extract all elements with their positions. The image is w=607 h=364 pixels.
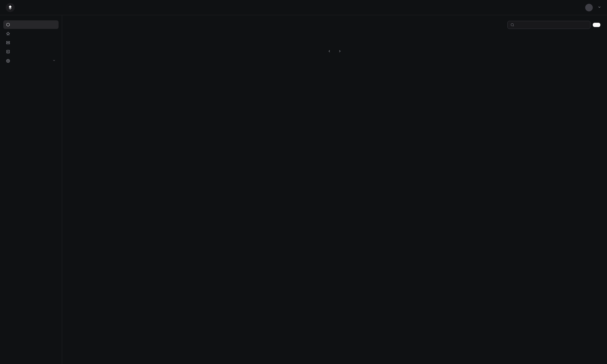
top-header [0,0,607,15]
chevron-right-icon [338,49,342,53]
svg-marker-0 [6,32,10,35]
sidebar-item-templates[interactable] [3,29,59,38]
sidebar-item-apps[interactable] [3,20,59,29]
header-left [6,3,18,12]
package-icon [6,23,10,26]
new-app-button[interactable] [593,23,600,27]
pagination-prev[interactable] [325,46,334,56]
sidebar [0,15,62,364]
search-input[interactable] [516,23,587,27]
gear-icon [6,59,10,63]
pagination [69,46,600,56]
svg-point-7 [8,60,9,61]
sidebar-item-settings[interactable] [3,56,59,65]
chevron-down-icon [597,5,601,9]
pagination-next[interactable] [335,46,344,56]
svg-rect-2 [6,43,10,44]
brand-logo[interactable] [6,3,15,12]
sidebar-item-volumes[interactable] [3,39,59,47]
svg-rect-1 [6,41,10,42]
svg-point-8 [511,24,514,26]
user-menu-chevron[interactable] [597,5,601,10]
user-avatar[interactable] [585,4,593,11]
sidebar-item-usage[interactable] [3,47,59,56]
chevron-left-icon [328,49,331,53]
main-content [62,15,607,364]
page-header [69,21,600,29]
bar-chart-icon [6,50,10,53]
star-icon [6,32,10,36]
chevron-down-icon [53,59,56,63]
beam-logo-icon [8,5,13,10]
page-actions [507,21,600,29]
database-icon [6,41,10,45]
search-box[interactable] [507,21,590,29]
table-header-row [69,37,600,40]
search-icon [511,23,514,27]
svg-line-9 [513,26,514,26]
header-right [571,4,601,11]
